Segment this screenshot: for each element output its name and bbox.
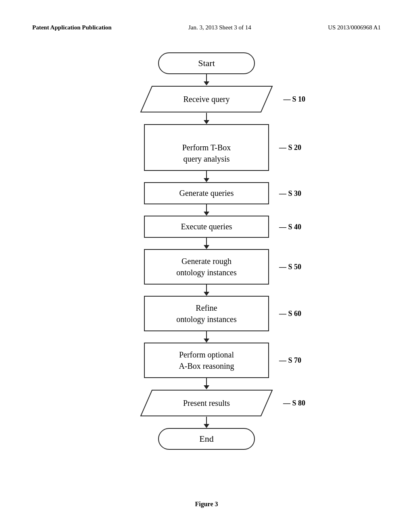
s30-label: Generate queries <box>179 189 234 197</box>
arrow-9 <box>204 417 209 428</box>
s20-label: Perform T-Boxquery analysis <box>182 143 231 163</box>
arrow-2 <box>204 113 209 124</box>
figure-caption: Figure 3 <box>0 501 413 508</box>
start-terminal: Start <box>158 52 255 74</box>
date-sheet-label: Jan. 3, 2013 Sheet 3 of 14 <box>188 24 251 31</box>
s60-box: Refineontology instances <box>144 296 269 331</box>
page-header: Patent Application Publication Jan. 3, 2… <box>0 24 413 31</box>
s70-step: — S 70 <box>279 356 301 365</box>
s80-node: Present results — S 80 <box>140 389 273 417</box>
s20-node: Perform T-Boxquery analysis — S 20 <box>144 124 269 171</box>
s50-box: Generate roughontology instances <box>144 249 269 285</box>
arrow-5 <box>204 238 209 249</box>
s50-label: Generate roughontology instances <box>176 257 236 277</box>
s20-step: — S 20 <box>279 143 301 152</box>
s80-shape: Present results <box>140 389 273 417</box>
s70-node: Perform optionalA-Box reasoning — S 70 <box>144 343 269 378</box>
arrow-7 <box>204 331 209 343</box>
s30-box: Generate queries <box>144 182 269 204</box>
start-node: Start <box>158 52 255 74</box>
s10-step: S 10 <box>283 95 305 104</box>
s70-box: Perform optionalA-Box reasoning <box>144 343 269 378</box>
s10-shape: Receive query <box>140 85 273 113</box>
s40-node: Execute queries — S 40 <box>144 216 269 238</box>
s30-step: — S 30 <box>279 189 301 197</box>
s70-label: Perform optionalA-Box reasoning <box>179 350 234 370</box>
publication-label: Patent Application Publication <box>32 24 112 31</box>
s60-label: Refineontology instances <box>176 303 236 324</box>
arrow-4 <box>204 204 209 216</box>
patent-number-label: US 2013/0006968 A1 <box>328 24 381 31</box>
s40-step: — S 40 <box>279 222 301 231</box>
s60-step: — S 60 <box>279 310 301 318</box>
arrow-6 <box>204 285 209 296</box>
s30-node: Generate queries — S 30 <box>144 182 269 204</box>
s80-step: — S 80 <box>283 399 305 407</box>
s50-step: — S 50 <box>279 263 301 271</box>
s10-label: Receive query <box>184 95 230 104</box>
arrow-1 <box>204 74 209 85</box>
s50-node: Generate roughontology instances — S 50 <box>144 249 269 285</box>
s80-label: Present results <box>183 399 230 408</box>
s40-label: Execute queries <box>181 222 232 231</box>
end-node: End <box>158 428 255 450</box>
s10-node: Receive query S 10 <box>140 85 273 113</box>
s60-node: Refineontology instances — S 60 <box>144 296 269 331</box>
flowchart: Start Receive query S 10 Perform T-Boxqu… <box>106 52 307 450</box>
arrow-8 <box>204 378 209 389</box>
end-terminal: End <box>158 428 255 450</box>
s20-box: Perform T-Boxquery analysis <box>144 124 269 171</box>
s40-box: Execute queries <box>144 216 269 238</box>
arrow-3 <box>204 171 209 182</box>
